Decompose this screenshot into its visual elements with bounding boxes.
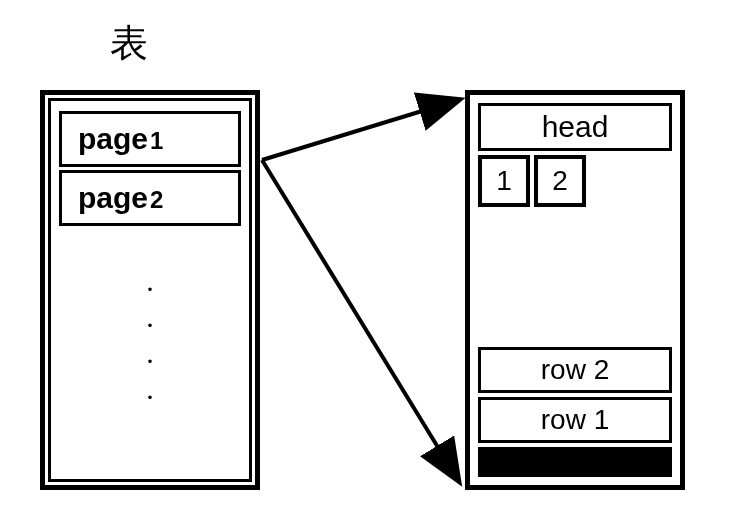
slot-box-2: 2 [534, 155, 586, 207]
arrow-top [262, 100, 458, 160]
page-cell-1: page1 [59, 111, 241, 167]
ellipsis-icon: ···· [51, 271, 249, 415]
table-container-outer: page1 page2 ···· [40, 90, 260, 490]
page-cell-2-label: page2 [78, 181, 163, 215]
arrow-bottom [262, 160, 458, 480]
row-cell-2: row 2 [478, 347, 672, 393]
page-detail-container: head 1 2 row 2 row 1 [465, 90, 685, 490]
slot-box-1: 1 [478, 155, 530, 207]
head-cell: head [478, 103, 672, 151]
page-cell-1-label: page1 [78, 122, 163, 156]
table-container-inner: page1 page2 ···· [48, 98, 252, 482]
page-cell-2: page2 [59, 170, 241, 226]
row-cell-1: row 1 [478, 397, 672, 443]
footer-bar [478, 447, 672, 477]
diagram-title: 表 [110, 18, 148, 69]
